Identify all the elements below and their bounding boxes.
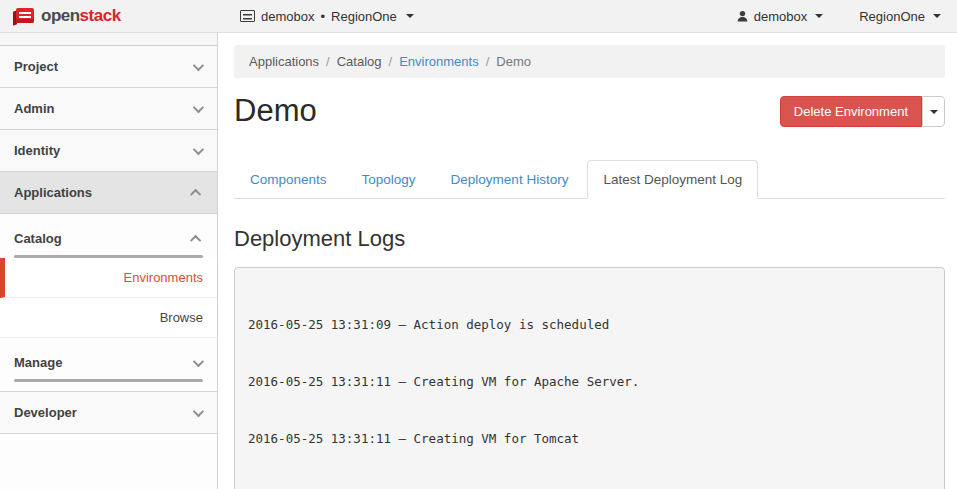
page-header: Demo Delete Environment: [234, 94, 945, 128]
switcher-separator: •: [320, 9, 325, 24]
switcher-project-label: demobox: [261, 9, 314, 24]
breadcrumb-current: Demo: [496, 54, 531, 69]
log-line: 2016-05-25 13:31:11 — Creating VM for To…: [248, 429, 931, 448]
log-line: 2016-05-25 13:31:11 — Creating VM for Ap…: [248, 372, 931, 391]
main-content: Applications/Catalog/Environments/Demo D…: [219, 33, 957, 489]
chevron-up-icon: [190, 188, 201, 199]
chevron-down-icon: [193, 405, 204, 416]
sidebar-item-label: Environments: [124, 270, 203, 285]
tab-topology[interactable]: Topology: [346, 160, 432, 199]
caret-down-icon: [815, 14, 823, 18]
breadcrumb-item: Catalog: [337, 54, 382, 69]
sidebar-item-label: Project: [14, 59, 58, 74]
log-line: 2016-05-25 13:31:09 — Action deploy is s…: [248, 315, 931, 334]
sidebar: Project Admin Identity Applications Cata…: [0, 33, 218, 489]
caret-down-icon: [930, 110, 938, 114]
delete-environment-button[interactable]: Delete Environment: [780, 96, 922, 127]
openstack-cube-icon: [13, 7, 34, 26]
sidebar-item-applications[interactable]: Applications: [0, 172, 217, 214]
sidebar-item-environments[interactable]: Environments: [0, 258, 217, 298]
user-menu-label: demobox: [754, 9, 807, 24]
breadcrumb-item: Applications: [249, 54, 319, 69]
caret-down-icon: [933, 14, 941, 18]
group-divider: [0, 382, 217, 392]
breadcrumb-separator: /: [319, 54, 337, 69]
region-menu-label: RegionOne: [859, 9, 925, 24]
list-panel-icon: [240, 10, 255, 22]
region-menu[interactable]: RegionOne: [859, 9, 941, 24]
sidebar-item-identity[interactable]: Identity: [0, 130, 217, 172]
tab-bar: Components Topology Deployment History L…: [234, 160, 945, 199]
breadcrumb-separator: /: [382, 54, 400, 69]
sidebar-item-label: Browse: [160, 310, 203, 325]
sidebar-group-label: Catalog: [14, 231, 62, 246]
caret-down-icon: [406, 14, 414, 18]
breadcrumb-link-environments[interactable]: Environments: [399, 54, 478, 69]
openstack-logo[interactable]: openstack: [0, 6, 218, 26]
sidebar-item-admin[interactable]: Admin: [0, 88, 217, 130]
chevron-down-icon: [193, 355, 204, 366]
person-icon: [736, 10, 749, 23]
sidebar-group-label: Manage: [14, 355, 62, 370]
sidebar-item-browse[interactable]: Browse: [0, 298, 217, 338]
breadcrumb-separator: /: [479, 54, 497, 69]
breadcrumb: Applications/Catalog/Environments/Demo: [234, 45, 945, 78]
chevron-down-icon: [193, 101, 204, 112]
topbar: openstack demobox • RegionOne demobox Re…: [0, 0, 957, 33]
sidebar-top-strip: [0, 33, 217, 46]
sidebar-item-label: Admin: [14, 101, 54, 116]
chevron-down-icon: [193, 59, 204, 70]
sidebar-group-catalog[interactable]: Catalog: [0, 214, 217, 255]
sidebar-item-project[interactable]: Project: [0, 46, 217, 88]
tab-components[interactable]: Components: [234, 160, 343, 199]
sidebar-item-label: Identity: [14, 143, 60, 158]
delete-environment-button-group: Delete Environment: [780, 96, 945, 127]
tab-deployment-history[interactable]: Deployment History: [435, 160, 585, 199]
chevron-down-icon: [193, 143, 204, 154]
page-title: Demo: [234, 94, 317, 128]
sidebar-item-label: Developer: [14, 405, 77, 420]
deployment-log-box: 2016-05-25 13:31:09 — Action deploy is s…: [234, 267, 945, 489]
sidebar-item-label: Applications: [14, 185, 92, 200]
sidebar-group-manage[interactable]: Manage: [0, 338, 217, 379]
delete-environment-dropdown-toggle[interactable]: [922, 96, 945, 127]
deployment-logs-heading: Deployment Logs: [234, 226, 945, 252]
logo-text: openstack: [41, 6, 121, 26]
chevron-up-icon: [190, 234, 201, 245]
user-menu[interactable]: demobox: [736, 9, 823, 24]
tab-latest-deployment-log[interactable]: Latest Deployment Log: [587, 160, 758, 199]
project-region-switcher[interactable]: demobox • RegionOne: [240, 9, 414, 24]
switcher-region-label: RegionOne: [331, 9, 397, 24]
sidebar-item-developer[interactable]: Developer: [0, 392, 217, 434]
